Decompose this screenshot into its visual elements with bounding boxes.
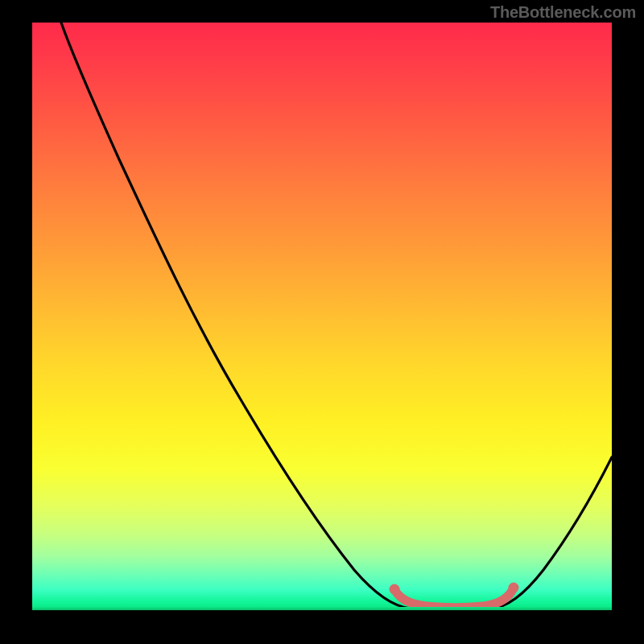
optimal-range-marker [394, 588, 514, 608]
chart-frame: TheBottleneck.com [0, 0, 644, 644]
marker-end-right [509, 583, 519, 593]
marker-end-left [390, 584, 400, 595]
watermark-text: TheBottleneck.com [490, 3, 636, 22]
plot-area [32, 23, 612, 610]
bottleneck-curve [61, 23, 612, 609]
curve-layer [32, 23, 612, 610]
baseline-strip [32, 607, 612, 610]
